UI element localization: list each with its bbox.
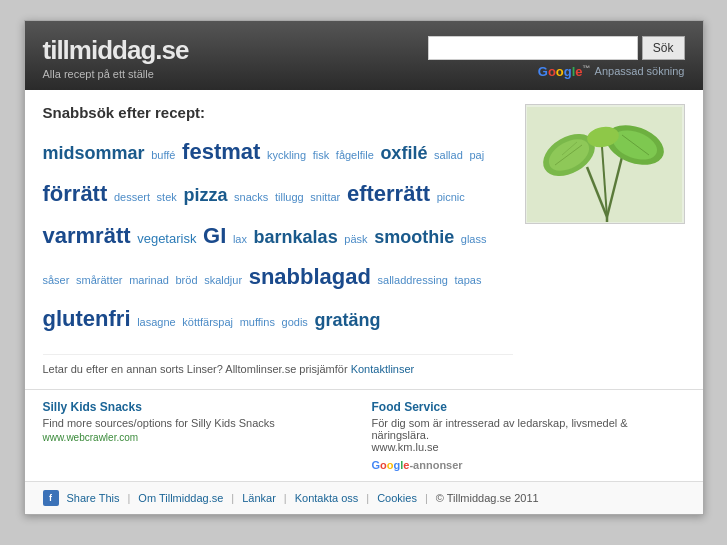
tag-item[interactable]: barnkalas [254, 227, 338, 247]
search-input[interactable] [428, 36, 638, 60]
share-icon: f [43, 490, 59, 506]
header-search: Sök Google™ Anpassad sökning [428, 36, 685, 79]
footer-copyright: © Tillmiddag.se 2011 [436, 492, 539, 504]
tag-item[interactable]: smårätter [76, 274, 122, 286]
site-title: tillmiddag.se [43, 35, 189, 66]
quick-search-title: Snabbsök efter recept: [43, 104, 513, 121]
footer: f Share This | Om Tillmiddag.se | Länkar… [25, 481, 703, 514]
tag-item[interactable]: paj [469, 149, 484, 161]
tag-item[interactable]: päsk [344, 233, 367, 245]
plant-image [525, 104, 685, 224]
ad-right-url: www.km.lu.se [372, 441, 685, 453]
custom-search-label: Anpassad sökning [595, 65, 685, 77]
share-this-link[interactable]: Share This [67, 492, 120, 504]
tag-item[interactable]: godis [282, 316, 308, 328]
tag-item[interactable]: tillugg [275, 191, 304, 203]
page-wrapper: tillmiddag.se Alla recept på ett ställe … [24, 20, 704, 515]
ad-section: Silly Kids Snacks Find more sources/opti… [25, 389, 703, 481]
main-content: Snabbsök efter recept: midsommar buffé f… [25, 90, 703, 389]
ad-right-desc: För dig som är intresserad av ledarskap,… [372, 417, 685, 441]
tag-item[interactable]: glass [461, 233, 487, 245]
tag-item[interactable]: skaldjur [204, 274, 242, 286]
tag-item[interactable]: GI [203, 223, 226, 248]
tag-item[interactable]: fågelfile [336, 149, 374, 161]
tag-item[interactable]: stek [157, 191, 177, 203]
linser-link[interactable]: Kontaktlinser [351, 363, 415, 375]
content-left: Snabbsök efter recept: midsommar buffé f… [43, 104, 513, 375]
header: tillmiddag.se Alla recept på ett ställe … [25, 21, 703, 90]
ad-left-title[interactable]: Silly Kids Snacks [43, 400, 356, 414]
tag-item[interactable]: sallad [434, 149, 463, 161]
tag-item[interactable]: lax [233, 233, 247, 245]
tag-item[interactable]: buffé [151, 149, 175, 161]
footer-link-contact[interactable]: Kontakta oss [295, 492, 359, 504]
tag-item[interactable]: såser [43, 274, 70, 286]
footer-link-cookies[interactable]: Cookies [377, 492, 417, 504]
header-logo: tillmiddag.se Alla recept på ett ställe [43, 35, 189, 80]
tag-item[interactable]: dessert [114, 191, 150, 203]
tag-item[interactable]: salladdressing [378, 274, 448, 286]
tag-item[interactable]: efterrätt [347, 181, 430, 206]
tag-item[interactable]: snittar [310, 191, 340, 203]
ad-right-title[interactable]: Food Service [372, 400, 685, 414]
tag-item[interactable]: picnic [437, 191, 465, 203]
google-logo: Google™ [538, 64, 591, 79]
tag-item[interactable]: varmrätt [43, 223, 131, 248]
tag-item[interactable]: vegetarisk [137, 231, 196, 246]
search-button[interactable]: Sök [642, 36, 685, 60]
tag-item[interactable]: festmat [182, 139, 260, 164]
tag-item[interactable]: förrätt [43, 181, 108, 206]
ad-left: Silly Kids Snacks Find more sources/opti… [43, 400, 356, 443]
footer-link-about[interactable]: Om Tillmiddag.se [138, 492, 223, 504]
tag-item[interactable]: snabblagad [249, 264, 371, 289]
tag-item[interactable]: bröd [176, 274, 198, 286]
tag-item[interactable]: midsommar [43, 143, 145, 163]
tag-item[interactable]: snacks [234, 191, 268, 203]
tag-item[interactable]: marinad [129, 274, 169, 286]
tag-item[interactable]: smoothie [374, 227, 454, 247]
content-right [525, 104, 685, 375]
tag-item[interactable]: oxfilé [380, 143, 427, 163]
tag-item[interactable]: glutenfri [43, 306, 131, 331]
linser-text: Letar du efter en annan sorts Linser? Al… [43, 363, 351, 375]
tag-cloud: midsommar buffé festmat kyckling fisk få… [43, 131, 513, 340]
tag-item[interactable]: pizza [183, 185, 227, 205]
tag-item[interactable]: gratäng [314, 310, 380, 330]
tagline: Alla recept på ett ställe [43, 68, 189, 80]
tag-item[interactable]: kyckling [267, 149, 306, 161]
search-row: Sök [428, 36, 685, 60]
tag-item[interactable]: tapas [455, 274, 482, 286]
google-ads-label: Google-annonser [372, 459, 685, 471]
linser-line: Letar du efter en annan sorts Linser? Al… [43, 354, 513, 375]
footer-link-links[interactable]: Länkar [242, 492, 276, 504]
tag-item[interactable]: muffins [240, 316, 275, 328]
google-row: Google™ Anpassad sökning [538, 64, 685, 79]
ad-left-url: www.webcrawler.com [43, 432, 356, 443]
ad-left-desc: Find more sources/options for Silly Kids… [43, 417, 356, 429]
ad-right: Food Service För dig som är intresserad … [372, 400, 685, 471]
tag-item[interactable]: köttfärspaj [182, 316, 233, 328]
tag-item[interactable]: lasagne [137, 316, 176, 328]
tag-item[interactable]: fisk [313, 149, 330, 161]
